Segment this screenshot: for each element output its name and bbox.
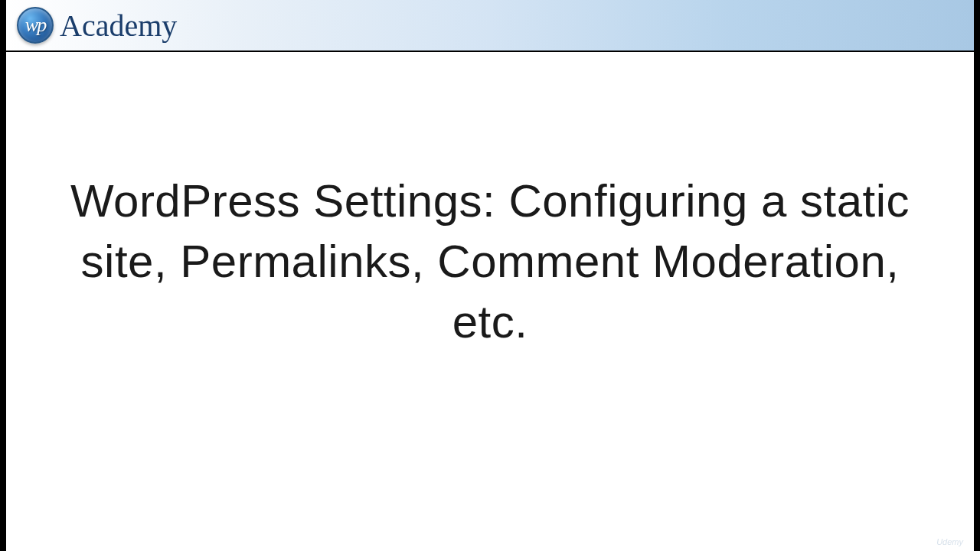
logo-wrapper: wp Academy [17,7,177,44]
brand-name: Academy [60,8,177,44]
header-bar: wp Academy [6,0,974,52]
logo-text: wp [25,14,45,37]
slide-container: wp Academy WordPress Settings: Configuri… [6,0,974,551]
content-area: WordPress Settings: Configuring a static… [6,52,974,551]
watermark: Udemy [936,537,963,546]
slide-title: WordPress Settings: Configuring a static… [61,171,919,353]
wp-logo-icon: wp [17,7,54,44]
